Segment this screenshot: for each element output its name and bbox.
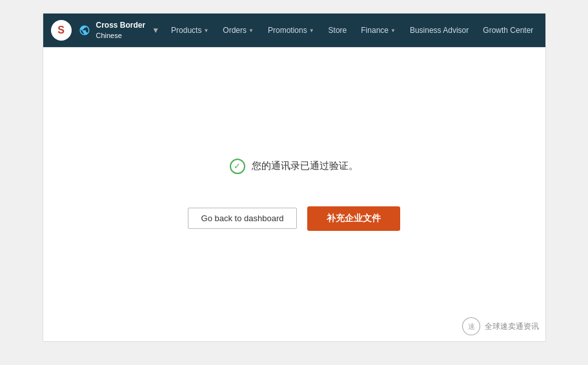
nav-item-store[interactable]: Store	[322, 22, 354, 39]
nav-products-label: Products	[171, 26, 201, 35]
brand-arrow: ▼	[152, 26, 159, 35]
outer-container: S Cross Border Chinese ▼ Products ▼ Orde…	[0, 0, 588, 365]
nav-growth-center-label: Growth Center	[483, 26, 533, 35]
brand-sub: Chinese	[96, 31, 146, 40]
products-dropdown-arrow: ▼	[203, 28, 208, 34]
logo-letter: S	[57, 25, 65, 36]
promotions-dropdown-arrow: ▼	[309, 28, 314, 34]
verification-message: ✓ 您的通讯录已通过验证。	[230, 159, 358, 174]
nav-item-finance[interactable]: Finance ▼	[354, 22, 402, 39]
go-back-dashboard-button[interactable]: Go back to dashboard	[188, 208, 298, 229]
nav-item-products[interactable]: Products ▼	[165, 22, 215, 39]
brand-name: Cross Border	[96, 21, 146, 31]
check-circle-icon: ✓	[230, 159, 245, 174]
nav-item-orders[interactable]: Orders ▼	[216, 22, 260, 39]
finance-dropdown-arrow: ▼	[390, 28, 396, 34]
watermark-text: 全球速卖通资讯	[485, 321, 539, 332]
nav-items: Products ▼ Orders ▼ Promotions ▼ Store F…	[165, 22, 540, 39]
buttons-row: Go back to dashboard 补充企业文件	[188, 206, 401, 231]
nav-item-business-advisor[interactable]: Business Advisor	[403, 22, 475, 39]
nav-store-label: Store	[329, 26, 347, 35]
globe-icon	[79, 25, 90, 36]
globe-icon-btn[interactable]	[76, 21, 94, 39]
nav-business-advisor-label: Business Advisor	[410, 26, 469, 35]
nav-finance-label: Finance	[361, 26, 389, 35]
content-area: ✓ 您的通讯录已通过验证。 Go back to dashboard 补充企业文…	[43, 48, 545, 341]
supplement-files-button[interactable]: 补充企业文件	[307, 206, 400, 231]
verification-text: 您的通讯录已通过验证。	[252, 160, 358, 172]
watermark: 速 全球速卖通资讯	[461, 317, 539, 336]
nav-item-promotions[interactable]: Promotions ▼	[261, 22, 321, 39]
svg-text:速: 速	[467, 322, 474, 330]
navbar: S Cross Border Chinese ▼ Products ▼ Orde…	[43, 14, 545, 47]
main-window: S Cross Border Chinese ▼ Products ▼ Orde…	[43, 13, 546, 342]
nav-orders-label: Orders	[223, 26, 247, 35]
nav-item-growth-center[interactable]: Growth Center	[476, 22, 540, 39]
brand-text: Cross Border Chinese	[96, 21, 146, 40]
nav-promotions-label: Promotions	[268, 26, 307, 35]
orders-dropdown-arrow: ▼	[248, 28, 254, 34]
watermark-logo-icon: 速	[461, 317, 481, 336]
verification-section: ✓ 您的通讯录已通过验证。 Go back to dashboard 补充企业文…	[188, 159, 401, 231]
logo-badge: S	[51, 20, 72, 41]
